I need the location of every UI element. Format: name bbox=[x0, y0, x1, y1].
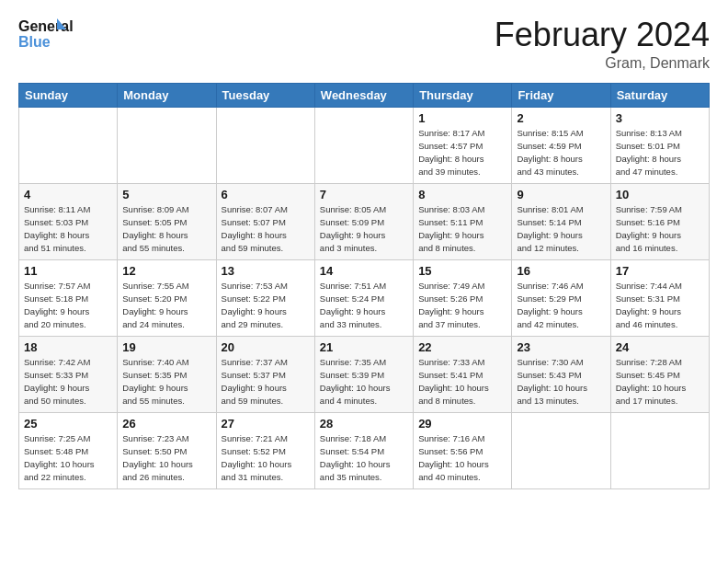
day-info-line: Sunset: 5:29 PM bbox=[517, 293, 605, 305]
day-number: 17 bbox=[616, 264, 704, 278]
day-info-line: Daylight: 9 hours bbox=[517, 229, 605, 242]
logo: GeneralBlue bbox=[18, 17, 74, 50]
day-info-line: Sunset: 5:31 PM bbox=[616, 293, 704, 305]
day-number: 8 bbox=[418, 188, 506, 201]
day-info-line: Sunset: 5:37 PM bbox=[222, 369, 310, 382]
day-info-line: Sunrise: 7:18 AM bbox=[320, 432, 408, 445]
day-info-line: Daylight: 8 hours bbox=[24, 229, 112, 242]
day-cell bbox=[314, 107, 413, 183]
day-cell: 23Sunrise: 7:30 AMSunset: 5:43 PMDayligh… bbox=[512, 336, 610, 412]
day-info-line: and 13 minutes. bbox=[517, 395, 605, 408]
header-cell-thursday: Thursday bbox=[414, 83, 512, 107]
day-number: 25 bbox=[24, 417, 112, 431]
day-number: 21 bbox=[320, 340, 408, 354]
day-cell bbox=[19, 107, 118, 183]
day-info-line: and 22 minutes. bbox=[24, 471, 112, 484]
day-info-line: Sunset: 4:57 PM bbox=[418, 140, 506, 153]
day-number: 13 bbox=[222, 264, 310, 278]
day-number: 7 bbox=[320, 188, 408, 201]
day-info-line: Sunrise: 7:40 AM bbox=[122, 356, 210, 369]
day-cell: 15Sunrise: 7:49 AMSunset: 5:26 PMDayligh… bbox=[414, 259, 512, 336]
day-info-line: Sunset: 5:03 PM bbox=[24, 216, 112, 229]
logo-svg: GeneralBlue bbox=[18, 17, 74, 50]
day-info-line: and 16 minutes. bbox=[616, 242, 704, 255]
day-info-line: Sunset: 5:18 PM bbox=[24, 293, 112, 305]
day-info-line: Daylight: 9 hours bbox=[616, 229, 704, 242]
day-cell: 20Sunrise: 7:37 AMSunset: 5:37 PMDayligh… bbox=[216, 336, 314, 412]
day-info-line: Sunset: 5:45 PM bbox=[616, 369, 704, 382]
day-info-line: and 51 minutes. bbox=[24, 242, 112, 255]
day-number: 19 bbox=[122, 340, 210, 354]
day-info-line: Daylight: 10 hours bbox=[122, 458, 210, 471]
day-info-line: Sunrise: 7:46 AM bbox=[517, 280, 605, 293]
day-info-line: and 50 minutes. bbox=[24, 395, 112, 408]
day-info-line: Daylight: 10 hours bbox=[24, 458, 112, 471]
day-info-line: Daylight: 10 hours bbox=[320, 382, 408, 395]
day-cell: 13Sunrise: 7:53 AMSunset: 5:22 PMDayligh… bbox=[216, 259, 314, 336]
day-cell: 8Sunrise: 8:03 AMSunset: 5:11 PMDaylight… bbox=[414, 183, 512, 259]
day-cell: 27Sunrise: 7:21 AMSunset: 5:52 PMDayligh… bbox=[216, 412, 314, 488]
day-info-line: Daylight: 9 hours bbox=[24, 382, 112, 395]
day-info-line: Daylight: 9 hours bbox=[122, 382, 210, 395]
day-info-line: Sunrise: 7:30 AM bbox=[517, 356, 605, 369]
day-cell bbox=[216, 107, 314, 183]
day-info-line: Daylight: 9 hours bbox=[320, 305, 408, 318]
day-info-line: Sunrise: 8:15 AM bbox=[517, 127, 605, 140]
day-info-line: Sunset: 5:33 PM bbox=[24, 369, 112, 382]
header-cell-friday: Friday bbox=[512, 83, 610, 107]
svg-text:Blue: Blue bbox=[18, 34, 51, 50]
day-number: 26 bbox=[122, 417, 210, 431]
title-block: February 2024 Gram, Denmark bbox=[495, 17, 710, 72]
day-info-line: Sunset: 5:43 PM bbox=[517, 369, 605, 382]
day-cell: 11Sunrise: 7:57 AMSunset: 5:18 PMDayligh… bbox=[19, 259, 118, 336]
day-info-line: and 40 minutes. bbox=[418, 471, 506, 484]
header-cell-saturday: Saturday bbox=[610, 83, 709, 107]
day-cell: 2Sunrise: 8:15 AMSunset: 4:59 PMDaylight… bbox=[512, 107, 610, 183]
day-info-line: Sunset: 5:16 PM bbox=[616, 216, 704, 229]
day-info-line: and 59 minutes. bbox=[222, 395, 310, 408]
week-row-5: 25Sunrise: 7:25 AMSunset: 5:48 PMDayligh… bbox=[19, 412, 710, 488]
day-info-line: Sunrise: 8:07 AM bbox=[222, 203, 310, 216]
day-cell: 26Sunrise: 7:23 AMSunset: 5:50 PMDayligh… bbox=[118, 412, 216, 488]
day-info-line: Sunrise: 8:03 AM bbox=[418, 203, 506, 216]
day-info-line: Sunrise: 7:59 AM bbox=[616, 203, 704, 216]
month-title: February 2024 bbox=[495, 17, 710, 53]
day-info-line: and 20 minutes. bbox=[24, 318, 112, 331]
day-info-line: Sunrise: 8:05 AM bbox=[320, 203, 408, 216]
day-info-line: Sunrise: 8:17 AM bbox=[418, 127, 506, 140]
day-number: 20 bbox=[222, 340, 310, 354]
day-info-line: Daylight: 10 hours bbox=[616, 382, 704, 395]
day-info-line: Daylight: 8 hours bbox=[122, 229, 210, 242]
day-info-line: Daylight: 8 hours bbox=[222, 229, 310, 242]
day-info-line: Sunset: 5:01 PM bbox=[616, 140, 704, 153]
day-info-line: and 3 minutes. bbox=[320, 242, 408, 255]
day-info-line: and 24 minutes. bbox=[122, 318, 210, 331]
day-info-line: Sunrise: 7:42 AM bbox=[24, 356, 112, 369]
day-info-line: Sunrise: 7:55 AM bbox=[122, 280, 210, 293]
day-cell: 1Sunrise: 8:17 AMSunset: 4:57 PMDaylight… bbox=[414, 107, 512, 183]
day-info-line: Sunset: 4:59 PM bbox=[517, 140, 605, 153]
day-info-line: Daylight: 10 hours bbox=[418, 382, 506, 395]
day-number: 10 bbox=[616, 188, 704, 201]
day-info-line: Sunset: 5:50 PM bbox=[122, 445, 210, 458]
day-number: 27 bbox=[222, 417, 310, 431]
day-info-line: Sunrise: 7:23 AM bbox=[122, 432, 210, 445]
day-info-line: Daylight: 10 hours bbox=[418, 458, 506, 471]
day-cell: 10Sunrise: 7:59 AMSunset: 5:16 PMDayligh… bbox=[610, 183, 709, 259]
day-info-line: Sunset: 5:54 PM bbox=[320, 445, 408, 458]
day-cell: 4Sunrise: 8:11 AMSunset: 5:03 PMDaylight… bbox=[19, 183, 118, 259]
day-info-line: Sunset: 5:20 PM bbox=[122, 293, 210, 305]
day-cell: 18Sunrise: 7:42 AMSunset: 5:33 PMDayligh… bbox=[19, 336, 118, 412]
day-cell bbox=[610, 412, 709, 488]
header-cell-wednesday: Wednesday bbox=[314, 83, 413, 107]
day-info-line: and 55 minutes. bbox=[122, 395, 210, 408]
day-number: 15 bbox=[418, 264, 506, 278]
day-number: 12 bbox=[122, 264, 210, 278]
header-cell-monday: Monday bbox=[118, 83, 216, 107]
day-number: 29 bbox=[418, 417, 506, 431]
week-row-4: 18Sunrise: 7:42 AMSunset: 5:33 PMDayligh… bbox=[19, 336, 710, 412]
day-info-line: Sunrise: 7:51 AM bbox=[320, 280, 408, 293]
day-number: 24 bbox=[616, 340, 704, 354]
day-info-line: and 12 minutes. bbox=[517, 242, 605, 255]
day-cell: 7Sunrise: 8:05 AMSunset: 5:09 PMDaylight… bbox=[314, 183, 413, 259]
